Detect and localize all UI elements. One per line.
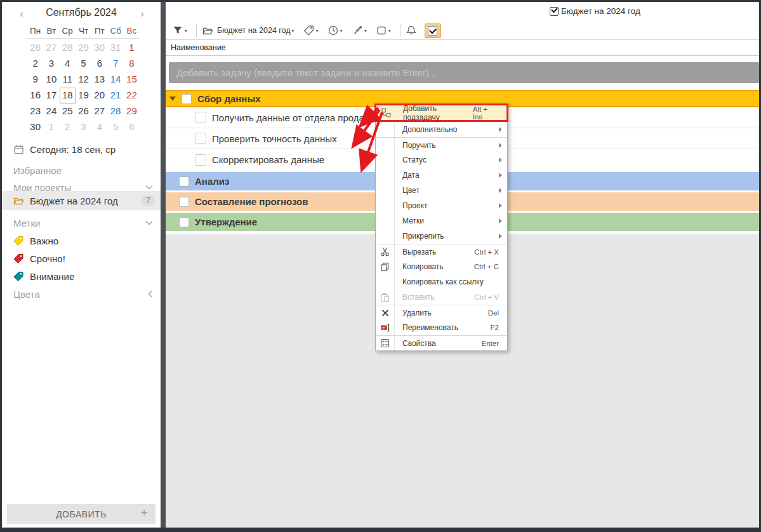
calendar-day[interactable]: 3: [43, 56, 59, 72]
calendar-day[interactable]: 22: [124, 88, 140, 103]
sidebar-item-labels[interactable]: Метки: [2, 215, 161, 231]
task-checkbox[interactable]: [179, 217, 189, 227]
menu-icon-empty: [376, 152, 395, 168]
calendar-day[interactable]: 7: [107, 56, 123, 72]
menu-item-проект[interactable]: Проект: [376, 198, 507, 213]
sidebar-item-tag-important[interactable]: Важно: [2, 232, 161, 249]
expand-caret-icon[interactable]: [169, 96, 176, 101]
calendar-day[interactable]: 10: [43, 72, 59, 88]
calendar-day[interactable]: 6: [124, 119, 140, 135]
show-completed-toggle[interactable]: [425, 23, 441, 38]
menu-item-статус[interactable]: Статус: [376, 152, 507, 168]
task-checkbox[interactable]: [195, 112, 206, 123]
calendar-day[interactable]: 8: [124, 56, 140, 72]
notifications-button[interactable]: [406, 25, 417, 36]
menu-item-label: Дополнительно: [402, 125, 457, 134]
calendar-day[interactable]: 25: [60, 103, 76, 119]
calendar-day[interactable]: 2: [60, 119, 76, 135]
calendar-day[interactable]: 28: [60, 40, 76, 56]
menu-item-добавить-подзадачу[interactable]: Добавить подзадачуAlt + Ins: [374, 103, 508, 122]
menu-item-вырезать[interactable]: ВырезатьCtrl + X: [376, 244, 507, 259]
calendar-day[interactable]: 4: [60, 56, 76, 72]
calendar-day[interactable]: 2: [27, 56, 43, 72]
calendar-day[interactable]: 4: [91, 119, 107, 135]
sidebar-item-tag-attention[interactable]: Внимание: [2, 268, 161, 284]
calendar-day[interactable]: 5: [107, 119, 123, 135]
clock-icon: [328, 25, 339, 36]
calendar-day[interactable]: 1: [124, 40, 140, 56]
menu-item-shortcut: F2: [491, 324, 499, 331]
calendar-day[interactable]: 16: [27, 88, 43, 103]
calendar-day[interactable]: 30: [27, 119, 43, 135]
calendar-day[interactable]: 24: [43, 103, 59, 119]
calendar-day[interactable]: 3: [76, 119, 91, 135]
task-checkbox[interactable]: [179, 176, 189, 187]
colors-label: Цвета: [13, 289, 40, 300]
calendar-day[interactable]: 27: [91, 103, 107, 119]
calendar-day[interactable]: 23: [27, 103, 43, 119]
calendar-day[interactable]: 30: [91, 40, 107, 56]
calendar-day[interactable]: 15: [124, 72, 140, 88]
schedule-button[interactable]: ▾: [328, 25, 343, 36]
calendar-day[interactable]: 11: [60, 72, 76, 88]
status-button[interactable]: ▾: [376, 25, 391, 36]
menu-item-label: Копировать: [402, 262, 444, 271]
sidebar-item-tag-urgent[interactable]: Срочно!: [2, 250, 161, 267]
sidebar-item-colors[interactable]: Цвета: [2, 286, 161, 302]
sidebar-divider: [161, 2, 166, 528]
tags-button[interactable]: ▾: [303, 25, 319, 36]
project-tab[interactable]: Бюджет на 2024 год: [550, 6, 640, 16]
add-button[interactable]: ДОБАВИТЬ +: [7, 504, 156, 524]
task-checkbox[interactable]: [179, 197, 189, 207]
calendar-day[interactable]: 12: [76, 72, 91, 88]
menu-item-копировать-как-ссылку[interactable]: Копировать как ссылку: [376, 274, 507, 289]
color-button[interactable]: ▾: [352, 25, 367, 36]
task-checkbox[interactable]: [182, 94, 192, 104]
task-checkbox[interactable]: [195, 133, 206, 144]
sidebar-item-project-budget[interactable]: Бюджет на 2024 год 7: [2, 191, 161, 210]
square-icon: [376, 25, 387, 36]
calendar-day[interactable]: 14: [107, 72, 123, 88]
calendar-day[interactable]: 26: [76, 103, 91, 119]
task-checkbox[interactable]: [195, 154, 206, 166]
calendar-day[interactable]: 21: [107, 88, 123, 103]
calendar-day[interactable]: 29: [76, 40, 91, 56]
calendar-day[interactable]: 17: [43, 88, 59, 103]
menu-item-цвет[interactable]: Цвет: [376, 183, 507, 198]
menu-item-свойства[interactable]: СвойстваEnter: [376, 335, 507, 350]
calendar-day[interactable]: 29: [124, 103, 140, 119]
calendar-day[interactable]: 28: [107, 103, 123, 119]
calendar-day[interactable]: 26: [27, 40, 43, 56]
calendar-day[interactable]: 27: [43, 40, 59, 56]
column-header-name[interactable]: Наименование: [166, 39, 759, 56]
menu-item-label: Копировать как ссылку: [402, 277, 484, 286]
menu-item-дата[interactable]: Дата: [376, 168, 507, 183]
calendar-day[interactable]: 31: [107, 40, 123, 56]
calendar-day-today[interactable]: 18: [60, 88, 76, 103]
menu-item-удалить[interactable]: УдалитьDel: [376, 305, 507, 320]
add-task-input[interactable]: [176, 67, 730, 78]
menu-item-переименовать[interactable]: reПереименоватьF2: [376, 320, 507, 335]
calendar-day[interactable]: 5: [76, 56, 91, 72]
calendar-day[interactable]: 19: [76, 88, 91, 103]
tag-icon: [13, 236, 24, 246]
menu-item-копировать[interactable]: КопироватьCtrl + C: [376, 259, 507, 274]
project-selector[interactable]: Бюджет на 2024 год ▾: [202, 25, 294, 36]
menu-item-прикрепить[interactable]: Прикрепить: [376, 229, 507, 244]
calendar-day[interactable]: 1: [43, 119, 59, 135]
sidebar-item-favorites[interactable]: Избранное: [2, 162, 161, 178]
menu-item-дополнительно[interactable]: Дополнительно: [376, 122, 507, 137]
calendar-day[interactable]: 6: [91, 56, 107, 72]
menu-item-метки[interactable]: Метки: [376, 213, 507, 229]
calendar-day[interactable]: 20: [91, 88, 107, 103]
project-tab-checkbox[interactable]: [550, 7, 559, 16]
calendar-day[interactable]: 13: [91, 72, 107, 88]
toolbar-separator: [400, 24, 400, 37]
menu-item-поручить[interactable]: Поручить: [376, 137, 507, 152]
today-link[interactable]: Сегодня: 18 сен, ср: [13, 144, 116, 155]
submenu-arrow-icon: [499, 143, 502, 148]
calendar-next-icon[interactable]: ›: [136, 8, 148, 20]
caret-down-icon: ▾: [292, 28, 294, 34]
filter-button[interactable]: ▾: [172, 25, 187, 36]
calendar-day[interactable]: 9: [27, 72, 43, 88]
